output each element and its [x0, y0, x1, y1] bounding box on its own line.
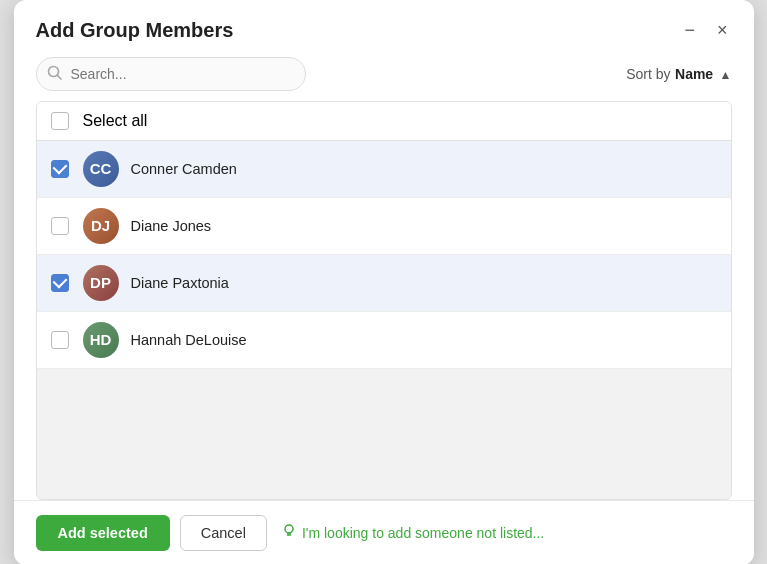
empty-list-area: [37, 369, 731, 499]
member-row[interactable]: DP Diane Paxtonia: [37, 255, 731, 312]
bulb-icon: [281, 523, 297, 543]
close-button[interactable]: ×: [713, 18, 732, 43]
select-all-checkbox[interactable]: [51, 112, 69, 130]
toolbar: Sort by Name ▲: [14, 53, 754, 101]
select-all-label: Select all: [83, 112, 148, 130]
not-listed-link[interactable]: I'm looking to add someone not listed...: [281, 523, 544, 543]
avatar-cc: CC: [83, 151, 119, 187]
avatar-dp: DP: [83, 265, 119, 301]
sort-direction-icon: ▲: [720, 68, 732, 82]
member-list-area: Select all CC Conner Camden DJ Diane Jon…: [36, 101, 732, 500]
sort-prefix-label: Sort by: [626, 66, 670, 82]
dialog-title: Add Group Members: [36, 19, 234, 42]
sort-field-label: Name: [675, 66, 713, 82]
dialog-footer: Add selected Cancel I'm looking to add s…: [14, 500, 754, 565]
member-row[interactable]: HD Hannah DeLouise: [37, 312, 731, 369]
member-name-dj: Diane Jones: [131, 218, 212, 234]
search-input[interactable]: [36, 57, 306, 91]
member-row[interactable]: CC Conner Camden: [37, 141, 731, 198]
avatar-dj: DJ: [83, 208, 119, 244]
sort-control[interactable]: Sort by Name ▲: [626, 65, 731, 83]
add-selected-button[interactable]: Add selected: [36, 515, 170, 551]
select-all-row[interactable]: Select all: [37, 102, 731, 141]
member-checkbox-cc[interactable]: [51, 160, 69, 178]
member-row[interactable]: DJ Diane Jones: [37, 198, 731, 255]
avatar-hd: HD: [83, 322, 119, 358]
header-controls: − ×: [680, 18, 731, 43]
dialog-header: Add Group Members − ×: [14, 0, 754, 53]
search-wrap: [36, 57, 306, 91]
member-name-cc: Conner Camden: [131, 161, 237, 177]
member-checkbox-hd[interactable]: [51, 331, 69, 349]
add-group-members-dialog: Add Group Members − × Sort by Name ▲: [14, 0, 754, 564]
member-checkbox-dj[interactable]: [51, 217, 69, 235]
svg-line-1: [57, 75, 61, 79]
search-icon: [47, 65, 62, 83]
member-checkbox-dp[interactable]: [51, 274, 69, 292]
member-name-hd: Hannah DeLouise: [131, 332, 247, 348]
minimize-button[interactable]: −: [680, 18, 699, 43]
member-name-dp: Diane Paxtonia: [131, 275, 229, 291]
svg-point-2: [285, 525, 293, 533]
cancel-button[interactable]: Cancel: [180, 515, 267, 551]
not-listed-text: I'm looking to add someone not listed...: [302, 525, 544, 541]
